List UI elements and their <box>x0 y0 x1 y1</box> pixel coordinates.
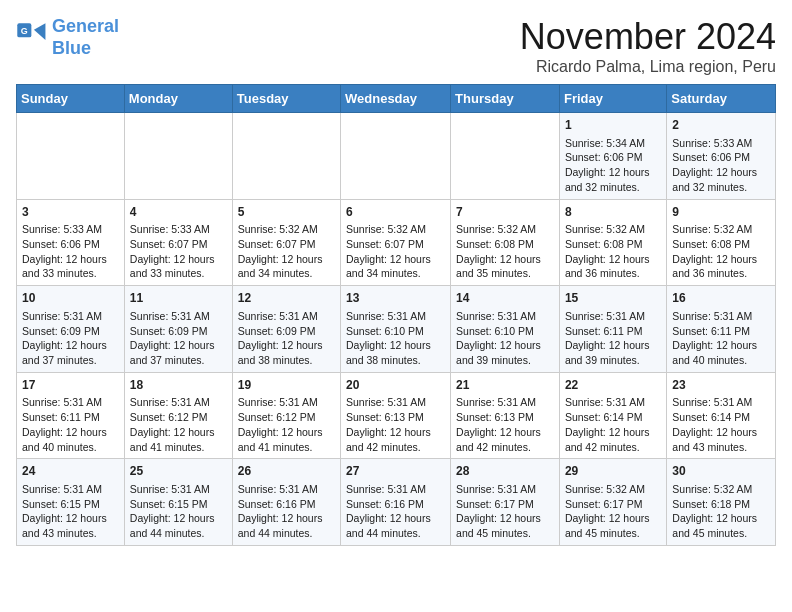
day-info: Daylight: 12 hours and 35 minutes. <box>456 252 554 281</box>
day-number: 15 <box>565 290 661 307</box>
day-info: Daylight: 12 hours and 40 minutes. <box>672 338 770 367</box>
calendar-cell: 17Sunrise: 5:31 AMSunset: 6:11 PMDayligh… <box>17 372 125 459</box>
day-info: Daylight: 12 hours and 36 minutes. <box>565 252 661 281</box>
calendar-week-row: 17Sunrise: 5:31 AMSunset: 6:11 PMDayligh… <box>17 372 776 459</box>
day-info: Sunrise: 5:32 AM <box>456 222 554 237</box>
calendar-cell: 26Sunrise: 5:31 AMSunset: 6:16 PMDayligh… <box>232 459 340 546</box>
day-info: Sunrise: 5:31 AM <box>22 309 119 324</box>
logo-icon: G <box>16 22 48 54</box>
day-number: 17 <box>22 377 119 394</box>
day-info: Sunrise: 5:31 AM <box>565 395 661 410</box>
day-info: Sunrise: 5:34 AM <box>565 136 661 151</box>
day-info: Sunrise: 5:31 AM <box>238 309 335 324</box>
day-info: Sunrise: 5:33 AM <box>130 222 227 237</box>
calendar-cell <box>341 113 451 200</box>
day-info: Sunset: 6:12 PM <box>130 410 227 425</box>
day-info: Daylight: 12 hours and 33 minutes. <box>22 252 119 281</box>
logo: G General Blue <box>16 16 119 59</box>
calendar-cell: 11Sunrise: 5:31 AMSunset: 6:09 PMDayligh… <box>124 286 232 373</box>
svg-text:G: G <box>21 25 28 35</box>
calendar-cell: 27Sunrise: 5:31 AMSunset: 6:16 PMDayligh… <box>341 459 451 546</box>
calendar-week-row: 24Sunrise: 5:31 AMSunset: 6:15 PMDayligh… <box>17 459 776 546</box>
day-info: Sunset: 6:14 PM <box>565 410 661 425</box>
day-number: 28 <box>456 463 554 480</box>
calendar-cell: 30Sunrise: 5:32 AMSunset: 6:18 PMDayligh… <box>667 459 776 546</box>
calendar-cell: 28Sunrise: 5:31 AMSunset: 6:17 PMDayligh… <box>451 459 560 546</box>
calendar-cell: 22Sunrise: 5:31 AMSunset: 6:14 PMDayligh… <box>559 372 666 459</box>
calendar-week-row: 3Sunrise: 5:33 AMSunset: 6:06 PMDaylight… <box>17 199 776 286</box>
calendar-cell: 5Sunrise: 5:32 AMSunset: 6:07 PMDaylight… <box>232 199 340 286</box>
calendar-cell: 7Sunrise: 5:32 AMSunset: 6:08 PMDaylight… <box>451 199 560 286</box>
day-info: Sunrise: 5:31 AM <box>130 482 227 497</box>
day-header-friday: Friday <box>559 85 666 113</box>
day-header-wednesday: Wednesday <box>341 85 451 113</box>
day-info: Sunset: 6:06 PM <box>672 150 770 165</box>
day-info: Sunrise: 5:31 AM <box>238 482 335 497</box>
calendar-cell: 21Sunrise: 5:31 AMSunset: 6:13 PMDayligh… <box>451 372 560 459</box>
day-info: Sunrise: 5:33 AM <box>672 136 770 151</box>
day-info: Sunrise: 5:33 AM <box>22 222 119 237</box>
day-info: Sunset: 6:08 PM <box>672 237 770 252</box>
day-info: Sunset: 6:07 PM <box>346 237 445 252</box>
calendar-cell: 2Sunrise: 5:33 AMSunset: 6:06 PMDaylight… <box>667 113 776 200</box>
day-number: 9 <box>672 204 770 221</box>
calendar-cell: 10Sunrise: 5:31 AMSunset: 6:09 PMDayligh… <box>17 286 125 373</box>
day-info: Sunset: 6:07 PM <box>130 237 227 252</box>
day-info: Sunrise: 5:32 AM <box>238 222 335 237</box>
day-info: Sunset: 6:09 PM <box>130 324 227 339</box>
day-info: Sunset: 6:08 PM <box>456 237 554 252</box>
day-info: Sunset: 6:12 PM <box>238 410 335 425</box>
location: Ricardo Palma, Lima region, Peru <box>520 58 776 76</box>
day-info: Sunrise: 5:32 AM <box>565 482 661 497</box>
day-info: Sunset: 6:06 PM <box>565 150 661 165</box>
day-info: Daylight: 12 hours and 41 minutes. <box>130 425 227 454</box>
svg-marker-2 <box>34 23 46 40</box>
day-number: 3 <box>22 204 119 221</box>
day-number: 13 <box>346 290 445 307</box>
day-info: Daylight: 12 hours and 34 minutes. <box>346 252 445 281</box>
day-number: 20 <box>346 377 445 394</box>
day-info: Sunrise: 5:31 AM <box>22 482 119 497</box>
day-info: Daylight: 12 hours and 43 minutes. <box>22 511 119 540</box>
day-info: Sunrise: 5:31 AM <box>346 482 445 497</box>
day-info: Sunset: 6:18 PM <box>672 497 770 512</box>
day-info: Daylight: 12 hours and 44 minutes. <box>346 511 445 540</box>
calendar-cell <box>124 113 232 200</box>
day-info: Daylight: 12 hours and 40 minutes. <box>22 425 119 454</box>
day-info: Sunset: 6:13 PM <box>456 410 554 425</box>
calendar-cell: 29Sunrise: 5:32 AMSunset: 6:17 PMDayligh… <box>559 459 666 546</box>
calendar-cell: 12Sunrise: 5:31 AMSunset: 6:09 PMDayligh… <box>232 286 340 373</box>
calendar-cell: 25Sunrise: 5:31 AMSunset: 6:15 PMDayligh… <box>124 459 232 546</box>
day-info: Sunrise: 5:31 AM <box>456 309 554 324</box>
calendar-table: SundayMondayTuesdayWednesdayThursdayFrid… <box>16 84 776 546</box>
day-info: Sunrise: 5:31 AM <box>130 395 227 410</box>
day-number: 11 <box>130 290 227 307</box>
day-info: Sunrise: 5:32 AM <box>565 222 661 237</box>
calendar-cell: 1Sunrise: 5:34 AMSunset: 6:06 PMDaylight… <box>559 113 666 200</box>
day-info: Daylight: 12 hours and 32 minutes. <box>565 165 661 194</box>
logo-line1: General <box>52 16 119 36</box>
day-info: Daylight: 12 hours and 43 minutes. <box>672 425 770 454</box>
day-header-monday: Monday <box>124 85 232 113</box>
day-header-sunday: Sunday <box>17 85 125 113</box>
day-info: Sunrise: 5:32 AM <box>672 482 770 497</box>
day-info: Daylight: 12 hours and 36 minutes. <box>672 252 770 281</box>
calendar-cell <box>232 113 340 200</box>
day-info: Sunrise: 5:31 AM <box>22 395 119 410</box>
day-info: Sunset: 6:11 PM <box>565 324 661 339</box>
day-info: Sunrise: 5:31 AM <box>456 395 554 410</box>
logo-line2: Blue <box>52 38 91 58</box>
day-info: Daylight: 12 hours and 32 minutes. <box>672 165 770 194</box>
page-header: G General Blue November 2024 Ricardo Pal… <box>16 16 776 76</box>
day-info: Sunrise: 5:32 AM <box>672 222 770 237</box>
day-info: Daylight: 12 hours and 42 minutes. <box>565 425 661 454</box>
day-number: 25 <box>130 463 227 480</box>
day-info: Sunset: 6:16 PM <box>346 497 445 512</box>
day-number: 21 <box>456 377 554 394</box>
day-info: Daylight: 12 hours and 45 minutes. <box>672 511 770 540</box>
day-info: Sunrise: 5:31 AM <box>672 395 770 410</box>
day-info: Sunset: 6:17 PM <box>565 497 661 512</box>
calendar-cell <box>17 113 125 200</box>
day-number: 18 <box>130 377 227 394</box>
day-info: Daylight: 12 hours and 38 minutes. <box>346 338 445 367</box>
